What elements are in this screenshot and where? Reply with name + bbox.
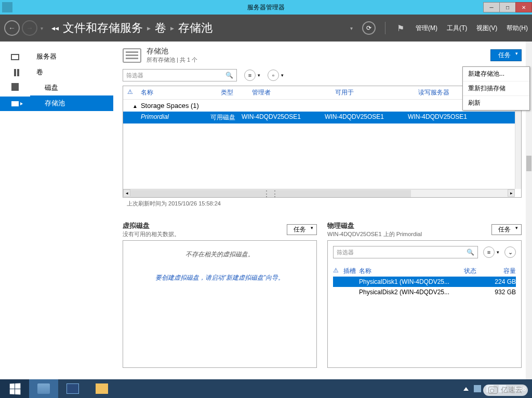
nav-icon-volumes[interactable] [0, 65, 30, 80]
sidebar-item-volumes[interactable]: 卷 [30, 64, 113, 80]
taskbar-explorer[interactable] [87, 379, 116, 398]
breadcrumb-sep-icon: ▸ [147, 24, 151, 32]
pd-filter-input[interactable]: 筛选器 🔍 [333, 246, 478, 258]
maximize-button[interactable]: □ [499, 2, 516, 12]
menu-view[interactable]: 视图(V) [476, 24, 497, 33]
col-name[interactable]: 名称 [138, 88, 221, 97]
pool-table: ⚠ 名称 类型 管理者 可用于 读写服务器 ▲Storage Spaces (1… [123, 86, 522, 198]
pd-table-header: ⚠ 插槽 名称 状态 容量 [333, 266, 516, 277]
pool-table-header: ⚠ 名称 类型 管理者 可用于 读写服务器 [123, 86, 521, 100]
ctx-new-storage-pool[interactable]: 新建存储池... [463, 67, 529, 81]
nav-icon-dashboard[interactable] [0, 50, 30, 64]
physical-disks-panel: 筛选器 🔍 ≡▾ ⌄ ⚠ 插槽 名称 状态 容量 [327, 240, 522, 368]
separator [385, 22, 385, 34]
pd-col-slot[interactable]: 插槽 [343, 267, 359, 276]
vd-create-link[interactable]: 要创建虚拟磁盘，请启动"新建虚拟磁盘"向导。 [128, 273, 311, 282]
vd-empty-msg: 不存在相关的虚拟磁盘。 [128, 250, 311, 259]
warning-column-icon[interactable]: ⚠ [333, 267, 343, 276]
window-title: 服务器管理器 [247, 3, 285, 12]
pool-row-primordial[interactable]: Primordial 可用磁盘 WIN-4DQDV25OSE1 WIN-4DQD… [123, 112, 521, 123]
physical-disks-tasks-button[interactable]: 任务 [491, 224, 522, 235]
breadcrumb-item-0[interactable]: 文件和存储服务 [63, 20, 143, 36]
physical-disks-title: 物理磁盘 [327, 221, 422, 230]
menu-help[interactable]: 帮助(H) [507, 24, 528, 33]
sidebar-item-disks[interactable]: 磁盘 [30, 80, 113, 95]
virtual-disks-subtitle: 没有可用的相关数据。 [123, 230, 180, 238]
taskbar: 15:58 [0, 379, 532, 398]
pool-table-footer: 上次刷新时间为 2015/10/26 15:58:24 [123, 198, 522, 210]
breadcrumb-item-2[interactable]: 存储池 [178, 20, 212, 36]
physical-disks-subtitle: WIN-4DQDV25OSE1 上的 Primordial [327, 230, 422, 238]
col-type[interactable]: 类型 [221, 88, 252, 97]
breadcrumb-item-1[interactable]: 卷 [155, 20, 166, 36]
dropdown-icon[interactable]: ▾ [350, 25, 353, 31]
filter-placeholder: 筛选器 [126, 72, 143, 79]
pd-row-0[interactable]: PhysicalDisk1 (WIN-4DQDV25... 224 GB [333, 277, 516, 287]
refresh-icon[interactable]: ⟳ [362, 21, 376, 35]
pd-col-status[interactable]: 状态 [464, 267, 485, 276]
nav-icon-pools[interactable] [0, 97, 30, 111]
menu-tools[interactable]: 工具(T) [447, 24, 467, 33]
pd-col-capacity[interactable]: 容量 [485, 267, 516, 276]
scroll-right-icon[interactable]: ▸ [508, 189, 515, 197]
icon-nav [0, 42, 30, 379]
storage-pool-icon [123, 48, 141, 63]
pool-tasks-button[interactable]: 任务 [490, 49, 522, 61]
watermark: 亿速云 [483, 385, 528, 396]
nav-icon-disks[interactable] [0, 81, 30, 95]
expand-icon[interactable]: ⌄ [504, 246, 516, 258]
ctx-refresh[interactable]: 刷新 [463, 96, 529, 110]
pd-col-name[interactable]: 名称 [359, 267, 464, 276]
pd-row-1[interactable]: PhysicalDisk2 (WIN-4DQDV25... 932 GB [333, 287, 516, 297]
taskbar-server-manager[interactable] [29, 379, 58, 398]
ctx-rescan-storage[interactable]: 重新扫描存储 [463, 81, 529, 96]
dropdown-icon[interactable]: ▾ [41, 25, 43, 31]
search-icon[interactable]: 🔍 [467, 249, 474, 256]
forward-button[interactable]: → [22, 20, 37, 36]
collapse-icon[interactable]: ▲ [132, 103, 138, 109]
virtual-disks-title: 虚拟磁盘 [123, 221, 180, 230]
col-available[interactable]: 可用于 [335, 88, 418, 97]
start-button[interactable] [0, 379, 29, 398]
view-options-icon[interactable]: ≡ [483, 246, 495, 258]
flag-icon[interactable]: ⚑ [395, 22, 406, 34]
header-bar: ← → ▾ ◂◂ 文件和存储服务 ▸ 卷 ▸ 存储池 ▾ ⟳ ⚑ 管理(M) 工… [0, 15, 532, 42]
app-icon [2, 2, 12, 12]
view-options-icon[interactable]: ≡ [244, 70, 256, 81]
close-button[interactable]: ✕ [515, 2, 532, 12]
pool-filter-input[interactable]: 筛选器 🔍 [123, 69, 237, 81]
window-titlebar: 服务器管理器 ─ □ ✕ [0, 0, 532, 15]
horizontal-scrollbar[interactable]: ◂ ⋮⋮ ▸ [123, 189, 515, 197]
search-icon[interactable]: 🔍 [225, 72, 233, 79]
virtual-disks-tasks-button[interactable]: 任务 [287, 224, 317, 235]
minimize-button[interactable]: ─ [483, 2, 500, 12]
warning-column-icon[interactable]: ⚠ [127, 88, 138, 97]
save-view-icon[interactable]: ▫ [268, 70, 279, 81]
scroll-left-icon[interactable]: ◂ [123, 189, 130, 197]
col-manager[interactable]: 管理者 [252, 88, 335, 97]
pool-title: 存储池 [147, 47, 197, 56]
pool-subtitle: 所有存储池 | 共 1 个 [147, 56, 197, 64]
sidebar: 服务器 卷 磁盘 存储池 [30, 42, 113, 379]
breadcrumb-sep-icon: ▸ [170, 24, 174, 32]
virtual-disks-panel: 不存在相关的虚拟磁盘。 要创建虚拟磁盘，请启动"新建虚拟磁盘"向导。 [123, 240, 317, 368]
breadcrumb-back-icon[interactable]: ◂◂ [51, 24, 59, 32]
scroll-thumb[interactable]: ⋮⋮ [130, 190, 411, 197]
group-row[interactable]: ▲Storage Spaces (1) [123, 100, 521, 112]
menu-manage[interactable]: 管理(M) [416, 24, 437, 33]
watermark-icon [488, 387, 498, 394]
sidebar-item-servers[interactable]: 服务器 [30, 49, 113, 64]
tray-expand-icon[interactable] [463, 387, 469, 391]
tray-icon[interactable] [474, 385, 481, 392]
sidebar-item-storage-pools[interactable]: 存储池 [30, 95, 113, 111]
breadcrumb: ◂◂ 文件和存储服务 ▸ 卷 ▸ 存储池 [51, 20, 212, 36]
scroll-thumb[interactable] [526, 156, 531, 171]
taskbar-powershell[interactable] [58, 379, 87, 398]
back-button[interactable]: ← [4, 20, 20, 36]
tasks-context-menu: 新建存储池... 重新扫描存储 刷新 [462, 66, 530, 111]
